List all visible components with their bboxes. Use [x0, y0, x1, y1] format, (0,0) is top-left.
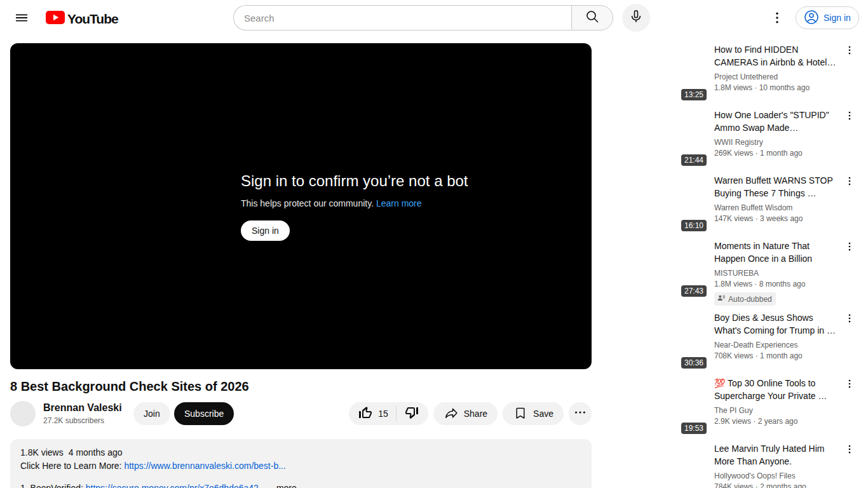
related-video-channel[interactable]: Near-Death Experiences: [714, 340, 839, 350]
related-video-item[interactable]: 27:43 Moments in Nature That Happen Once…: [602, 240, 858, 299]
description-more-button[interactable]: more: [276, 483, 297, 488]
thumb-down-icon: [404, 405, 419, 423]
kebab-vertical-icon: [844, 315, 855, 326]
description-link-1[interactable]: https://www.brennanvaleski.com/best-b...: [124, 461, 285, 471]
related-video-title[interactable]: 💯 Top 30 Online Tools to Supercharge You…: [714, 377, 839, 402]
related-video-title[interactable]: Boy Dies & Jesus Shows What's Coming for…: [714, 311, 839, 337]
related-videos-sidebar: 13:25 How to Find HIDDEN CAMERAS in Airb…: [602, 0, 858, 488]
video-action-buttons: 15 Share Save: [349, 402, 592, 425]
hamburger-menu-icon[interactable]: [14, 10, 29, 25]
related-video-channel[interactable]: MISTUREBA: [714, 268, 839, 278]
related-video-channel[interactable]: Hollywood's Oops! Files: [714, 471, 839, 481]
upload-age: 4 months ago: [69, 447, 123, 458]
video-thumbnail[interactable]: [602, 442, 709, 488]
duration-badge: 30:36: [681, 357, 707, 369]
related-video-channel[interactable]: WWII Registry: [714, 137, 839, 147]
share-arrow-icon: [444, 405, 459, 423]
like-dislike-group: 15: [349, 402, 428, 425]
bot-check-title: Sign in to confirm you’re not a bot: [241, 172, 468, 190]
related-video-meta: 1.8M views · 8 months ago: [714, 278, 839, 290]
auto-dubbed-label: Auto-dubbed: [728, 295, 772, 304]
thumb-up-icon: [358, 405, 373, 423]
related-video-title[interactable]: How to Find HIDDEN CAMERAS in Airbnb & H…: [714, 43, 839, 69]
description-box[interactable]: 1.8K views4 months ago Click Here to Lea…: [10, 439, 592, 488]
like-count: 15: [378, 409, 388, 419]
related-video-channel[interactable]: Project Untethered: [714, 72, 839, 82]
video-thumbnail[interactable]: 30:36: [602, 311, 709, 371]
speaking-person-icon: [717, 294, 726, 304]
related-video-meta: 1.8M views · 10 months ago: [714, 82, 839, 93]
description-stats: 1.8K views4 months ago: [20, 446, 581, 459]
kebab-vertical-icon: [844, 446, 855, 457]
more-actions-button[interactable]: [569, 402, 592, 425]
related-video-item[interactable]: 16:10 Warren Buffett WARNS STOP Buying T…: [602, 174, 858, 234]
description-link-2[interactable]: https://secure.money.com/pr/x7e6dbde6a42: [86, 483, 259, 488]
related-video-title[interactable]: How One Loader's "STUPID" Ammo Swap Made…: [714, 109, 839, 134]
search-input[interactable]: [233, 5, 571, 30]
video-thumbnail[interactable]: 21:44: [602, 109, 709, 168]
channel-avatar[interactable]: [10, 401, 36, 426]
video-info: How to Find HIDDEN CAMERAS in Airbnb & H…: [714, 43, 839, 93]
related-video-item[interactable]: 21:44 How One Loader's "STUPID" Ammo Swa…: [602, 109, 858, 168]
video-title-heading: 8 Best Background Check Sites of 2026: [10, 379, 249, 394]
kebab-vertical-icon: [844, 112, 855, 123]
like-button[interactable]: 15: [349, 402, 396, 425]
channel-name[interactable]: Brennan Valeski: [43, 402, 122, 414]
ellipsis-horizontal-icon: [573, 405, 587, 422]
video-thumbnail[interactable]: 19:53: [602, 377, 709, 437]
join-button[interactable]: Join: [133, 402, 170, 425]
video-info: 💯 Top 30 Online Tools to Supercharge You…: [714, 377, 839, 427]
youtube-logo[interactable]: YouTube: [46, 11, 118, 27]
save-button[interactable]: Save: [503, 402, 564, 425]
player-sign-in-button[interactable]: Sign in: [241, 220, 290, 241]
share-label: Share: [464, 409, 487, 419]
video-player[interactable]: Sign in to confirm you’re not a bot This…: [10, 43, 592, 369]
related-video-title[interactable]: Moments in Nature That Happen Once in a …: [714, 240, 839, 265]
kebab-vertical-icon: [844, 381, 855, 391]
subscribe-button[interactable]: Subscribe: [174, 402, 234, 425]
kebab-vertical-icon: [844, 243, 855, 254]
related-video-channel[interactable]: Warren Buffett Wisdom: [714, 203, 839, 213]
related-video-options-button[interactable]: [844, 313, 857, 328]
related-video-options-button[interactable]: [844, 444, 857, 459]
video-info: Warren Buffett WARNS STOP Buying These 7…: [714, 174, 839, 224]
related-video-options-button[interactable]: [844, 110, 857, 125]
kebab-vertical-icon: [844, 178, 855, 189]
view-count: 1.8K views: [20, 447, 64, 458]
dislike-button[interactable]: [397, 402, 428, 425]
related-video-title[interactable]: Lee Marvin Truly Hated Him More Than Any…: [714, 442, 839, 468]
description-text-2: 1. BeenVerified:: [20, 483, 86, 488]
related-video-options-button[interactable]: [844, 378, 857, 393]
bookmark-icon: [513, 405, 528, 423]
description-truncation: …: [259, 483, 268, 488]
share-button[interactable]: Share: [433, 402, 498, 425]
related-video-options-button[interactable]: [844, 44, 857, 60]
related-video-options-button[interactable]: [844, 241, 857, 256]
duration-badge: 19:53: [681, 423, 707, 434]
youtube-wordmark: YouTube: [67, 11, 118, 27]
related-video-channel[interactable]: The PI Guy: [714, 405, 839, 416]
video-thumbnail[interactable]: 16:10: [602, 174, 709, 234]
learn-more-link[interactable]: Learn more: [376, 198, 422, 208]
related-video-item[interactable]: 30:36 Boy Dies & Jesus Shows What's Comi…: [602, 311, 858, 371]
related-video-title[interactable]: Warren Buffett WARNS STOP Buying These 7…: [714, 174, 839, 200]
channel-action-row: Brennan Valeski 27.2K subscribers Join S…: [10, 400, 592, 428]
description-text: Click Here to Learn More:: [20, 461, 124, 471]
video-thumbnail[interactable]: 13:25: [602, 43, 709, 103]
youtube-play-icon: [46, 11, 65, 27]
video-info: Lee Marvin Truly Hated Him More Than Any…: [714, 442, 839, 488]
video-thumbnail[interactable]: 27:43: [602, 240, 709, 299]
save-label: Save: [533, 409, 553, 419]
duration-badge: 16:10: [681, 220, 707, 231]
related-video-meta: 784K views · 2 months ago: [714, 481, 839, 488]
related-video-meta: 269K views · 1 month ago: [714, 147, 839, 159]
auto-dubbed-badge: Auto-dubbed: [714, 292, 776, 306]
duration-badge: 27:43: [681, 285, 707, 297]
related-video-item[interactable]: Lee Marvin Truly Hated Him More Than Any…: [602, 442, 858, 488]
related-video-item[interactable]: 13:25 How to Find HIDDEN CAMERAS in Airb…: [602, 43, 858, 103]
duration-badge: 21:44: [681, 154, 707, 166]
search-icon: [585, 9, 600, 27]
related-video-item[interactable]: 19:53 💯 Top 30 Online Tools to Superchar…: [602, 377, 858, 437]
related-video-options-button[interactable]: [844, 175, 857, 191]
duration-badge: 13:25: [681, 89, 707, 100]
